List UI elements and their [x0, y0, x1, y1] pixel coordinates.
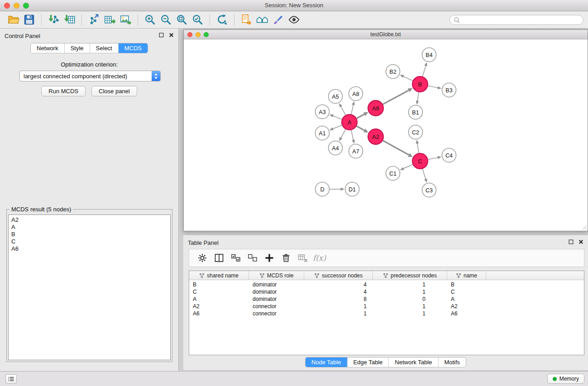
tab-style[interactable]: Style: [64, 43, 90, 53]
delete-table-icon[interactable]: [294, 250, 311, 266]
apply-layout-icon[interactable]: [214, 13, 230, 27]
save-session-icon[interactable]: [21, 13, 37, 27]
node-B3[interactable]: B3: [442, 83, 456, 97]
task-history-button[interactable]: [5, 374, 17, 384]
edge-A-A3[interactable]: [333, 116, 342, 119]
tab-motifs[interactable]: Motifs: [438, 357, 466, 367]
node-A6[interactable]: A6: [368, 100, 383, 116]
column-header-predecessor-nodes[interactable]: predecessor nodes: [373, 271, 447, 280]
import-table-icon[interactable]: [62, 13, 77, 27]
open-session-icon[interactable]: [5, 13, 21, 27]
network-graph[interactable]: B4B2BB3A5A8A6B1A3AA1C2A2A4A7C4CC1C3DD1: [184, 39, 588, 230]
show-hide-details-icon[interactable]: [286, 13, 302, 27]
minimize-window-button[interactable]: [14, 3, 19, 9]
node-A[interactable]: A: [342, 114, 357, 130]
node-A4[interactable]: A4: [329, 141, 343, 155]
function-builder-icon[interactable]: f(x): [311, 250, 328, 266]
resize-grip-icon[interactable]: [582, 224, 587, 230]
edge-A6-B[interactable]: [383, 91, 409, 105]
zoom-in-icon[interactable]: [142, 13, 158, 27]
network-close-button[interactable]: [187, 32, 192, 37]
export-image-icon[interactable]: [118, 13, 134, 27]
add-column-icon[interactable]: [261, 250, 277, 266]
node-C[interactable]: C: [412, 153, 428, 169]
node-C3[interactable]: C3: [422, 183, 436, 197]
table-row[interactable]: Adominator80A: [189, 295, 584, 303]
close-window-button[interactable]: [4, 3, 10, 9]
zoom-selected-icon[interactable]: [190, 13, 206, 27]
float-panel-icon[interactable]: [159, 33, 164, 38]
edge-C-C3[interactable]: [422, 169, 425, 179]
export-network-icon[interactable]: [86, 13, 102, 27]
table-row[interactable]: Cdominator41C: [189, 288, 584, 295]
tab-select[interactable]: Select: [90, 43, 118, 53]
column-header-MCDS-role[interactable]: MCDS role: [249, 271, 304, 280]
search-field[interactable]: [449, 15, 583, 25]
node-D[interactable]: D: [316, 182, 330, 196]
column-header-shared-name[interactable]: shared name: [189, 271, 249, 280]
edge-A-A7[interactable]: [351, 130, 354, 140]
node-B1[interactable]: B1: [409, 105, 423, 119]
delete-column-icon[interactable]: [277, 250, 294, 266]
mcds-result-list[interactable]: A2ABCA6: [8, 214, 171, 360]
network-zoom-button[interactable]: [204, 32, 209, 37]
edge-C-C2[interactable]: [417, 143, 419, 153]
column-header-name[interactable]: name: [447, 271, 486, 280]
edge-C-C4[interactable]: [428, 157, 438, 159]
import-network-icon[interactable]: [46, 13, 62, 27]
node-C4[interactable]: C4: [442, 148, 456, 162]
table-row[interactable]: A2connector11A2: [189, 303, 584, 310]
first-neighbors-icon[interactable]: [239, 13, 254, 27]
edge-B-B3[interactable]: [428, 86, 438, 88]
node-A3[interactable]: A3: [316, 105, 330, 119]
edge-A2-C[interactable]: [383, 141, 409, 155]
table-row[interactable]: Bdominator41B: [189, 281, 584, 288]
edge-C-C1[interactable]: [403, 164, 412, 168]
node-A8[interactable]: A8: [349, 87, 363, 101]
tab-mcds[interactable]: MCDS: [118, 43, 148, 53]
node-B[interactable]: B: [412, 76, 428, 92]
zoom-fit-icon[interactable]: [174, 13, 190, 27]
edge-A-A4[interactable]: [341, 129, 345, 138]
close-panel-icon[interactable]: [169, 33, 174, 38]
run-mcds-button[interactable]: Run MCDS: [41, 86, 86, 96]
tab-network-table[interactable]: Network Table: [388, 357, 438, 367]
edge-A-A2[interactable]: [357, 126, 364, 131]
settings-icon[interactable]: [194, 250, 210, 266]
home-icon[interactable]: [254, 13, 270, 27]
zoom-out-icon[interactable]: [158, 13, 174, 27]
network-minimize-button[interactable]: [196, 32, 201, 37]
export-table-icon[interactable]: [102, 13, 118, 27]
memory-button[interactable]: Memory: [547, 374, 584, 384]
tab-edge-table[interactable]: Edge Table: [347, 357, 388, 367]
network-canvas[interactable]: B4B2BB3A5A8A6B1A3AA1C2A2A4A7C4CC1C3DD1: [184, 39, 588, 230]
tab-network[interactable]: Network: [31, 43, 64, 53]
node-B2[interactable]: B2: [386, 65, 400, 79]
close-table-panel-icon[interactable]: [578, 239, 583, 244]
node-B4[interactable]: B4: [422, 48, 436, 62]
node-A2[interactable]: A2: [368, 129, 383, 144]
edge-B-B1[interactable]: [417, 92, 419, 101]
column-visibility-icon[interactable]: [210, 250, 227, 266]
criterion-dropdown[interactable]: largest connected component (directed): [19, 71, 161, 81]
column-header-successor-nodes[interactable]: successor nodes: [304, 271, 373, 280]
edge-A-A5[interactable]: [341, 106, 345, 115]
zoom-window-button[interactable]: [23, 3, 29, 9]
edge-A-A8[interactable]: [351, 105, 354, 114]
edge-A-A6[interactable]: [357, 114, 364, 118]
network-window-titlebar[interactable]: testGlobe.txt: [184, 30, 588, 39]
table-row[interactable]: A6connector11A6: [189, 310, 584, 317]
search-input[interactable]: [462, 17, 579, 24]
node-C2[interactable]: C2: [409, 125, 423, 139]
float-table-panel-icon[interactable]: [569, 239, 574, 244]
edge-B-B4[interactable]: [422, 66, 425, 76]
edge-B-B2[interactable]: [403, 76, 413, 81]
select-all-icon[interactable]: [227, 250, 244, 266]
style-icon[interactable]: [270, 13, 286, 27]
node-A1[interactable]: A1: [316, 126, 330, 140]
tab-node-table[interactable]: Node Table: [306, 357, 347, 367]
node-D1[interactable]: D1: [345, 182, 359, 196]
node-C1[interactable]: C1: [386, 167, 400, 181]
node-A7[interactable]: A7: [349, 144, 363, 158]
node-A5[interactable]: A5: [329, 90, 343, 104]
